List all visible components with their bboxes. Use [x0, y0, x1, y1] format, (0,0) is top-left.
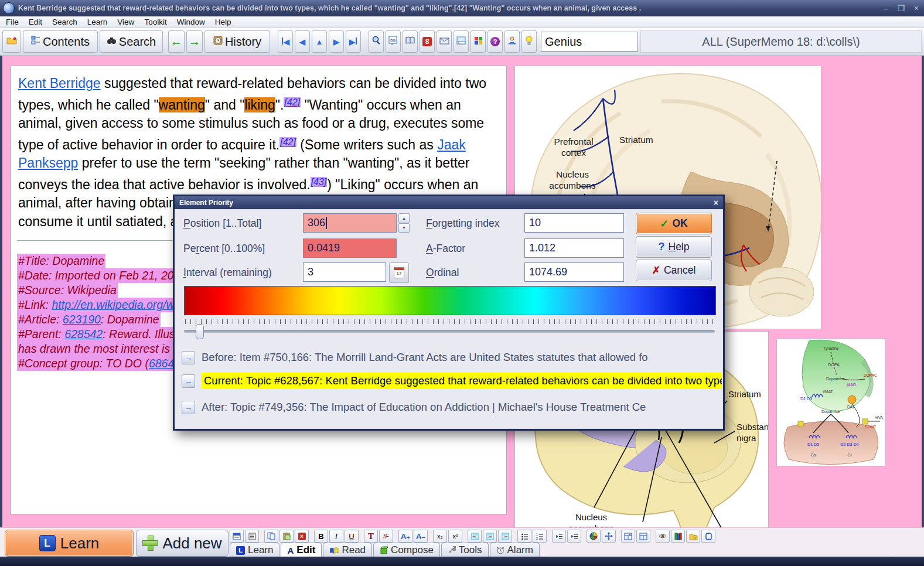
- tutor-button[interactable]: [504, 30, 520, 53]
- parent-element-button[interactable]: ▲: [312, 30, 327, 53]
- outdent-button[interactable]: [552, 530, 566, 543]
- a-factor-input[interactable]: 1.012: [524, 238, 624, 258]
- move-component-button[interactable]: [602, 530, 616, 543]
- export-folder-button[interactable]: [686, 530, 700, 543]
- forgetting-index-input[interactable]: 10: [524, 213, 624, 233]
- tab-compose[interactable]: Compose: [373, 543, 440, 557]
- position-input[interactable]: 306: [303, 213, 397, 233]
- email-button[interactable]: [437, 30, 452, 53]
- first-element-button[interactable]: ◀: [278, 30, 293, 53]
- spin-up-icon[interactable]: ▲: [398, 213, 410, 223]
- reference-42b-link[interactable]: [42]: [279, 137, 296, 147]
- italic-button[interactable]: I: [329, 530, 343, 543]
- minimize-icon[interactable]: –: [878, 4, 894, 13]
- wikipedia-url-link[interactable]: http://en.wikipedia.org/wiki/: [52, 298, 188, 311]
- superscript-button[interactable]: x²: [448, 530, 462, 543]
- menu-help[interactable]: Help: [215, 18, 231, 26]
- bullet-list-button[interactable]: [517, 530, 531, 543]
- shrink-font-button[interactable]: A₋: [414, 530, 428, 543]
- align-right-button[interactable]: [498, 530, 512, 543]
- parent-id-link[interactable]: 628542: [64, 328, 103, 340]
- label-d234: D2-D3-D4: [840, 442, 859, 446]
- menu-view[interactable]: View: [117, 18, 134, 26]
- find-elements-button[interactable]: [369, 30, 384, 53]
- indent-button[interactable]: [567, 530, 581, 543]
- subscript-button[interactable]: x₂: [433, 530, 447, 543]
- align-left-button[interactable]: [468, 530, 482, 543]
- position-spinner[interactable]: ▲ ▼: [398, 213, 410, 233]
- previous-element-button[interactable]: ◀: [295, 30, 310, 53]
- translate-button[interactable]: ba: [386, 30, 401, 53]
- forward-button[interactable]: →: [186, 30, 203, 53]
- menu-toolkit[interactable]: Toolkit: [144, 18, 166, 26]
- open-collection-button[interactable]: [2, 30, 21, 53]
- tab-edit[interactable]: A Edit: [281, 543, 322, 557]
- percent-input[interactable]: 0.0419: [303, 238, 397, 258]
- goto-after-button[interactable]: →: [182, 401, 195, 414]
- dialog-title-bar[interactable]: Element Priority ×: [175, 196, 723, 209]
- windows-button[interactable]: [470, 30, 486, 53]
- menu-learn[interactable]: Learn: [87, 18, 108, 26]
- ordinal-input[interactable]: 1074.69: [524, 262, 624, 282]
- align-center-button[interactable]: [483, 530, 497, 543]
- label-nucleus-2: accumbens: [549, 180, 596, 190]
- numbered-list-button[interactable]: 12: [533, 530, 547, 543]
- grow-font-button[interactable]: A₊: [398, 530, 412, 543]
- ok-button[interactable]: ✓OK: [636, 213, 712, 234]
- calendar-button[interactable]: 17: [389, 262, 409, 283]
- table-properties-button[interactable]: [621, 530, 635, 543]
- bold-button[interactable]: B: [314, 530, 328, 543]
- dictionary-button[interactable]: [403, 30, 418, 53]
- article-id-link[interactable]: 623190: [63, 313, 101, 326]
- tips-button[interactable]: [521, 30, 537, 53]
- interval-input[interactable]: 3: [303, 262, 386, 282]
- concept-group-input[interactable]: Genius: [541, 32, 638, 52]
- tab-read[interactable]: Read: [323, 543, 372, 557]
- help-button[interactable]: ?Help: [636, 236, 712, 258]
- reference-42-link[interactable]: [42]: [284, 97, 301, 107]
- google-button[interactable]: 8: [420, 30, 435, 53]
- font-script-button[interactable]: fF: [379, 530, 393, 543]
- spin-down-icon[interactable]: ▼: [398, 223, 410, 233]
- next-element-button[interactable]: ▶: [329, 30, 344, 53]
- font-face-button[interactable]: T: [364, 530, 378, 543]
- menu-search[interactable]: Search: [52, 18, 77, 26]
- preview-eye-button[interactable]: [656, 530, 670, 543]
- tab-learn[interactable]: L Learn: [230, 543, 279, 557]
- tab-tools[interactable]: Tools: [441, 543, 489, 557]
- back-button[interactable]: ←: [168, 30, 185, 53]
- statistics-pie-button[interactable]: [587, 530, 601, 543]
- goto-current-button[interactable]: →: [182, 374, 195, 388]
- kent-berridge-link[interactable]: Kent Berridge: [18, 76, 101, 91]
- help-button[interactable]: ?: [487, 30, 503, 53]
- history-button[interactable]: History: [204, 30, 270, 53]
- priority-slider-track[interactable]: [184, 330, 715, 333]
- delete-text-button[interactable]: ×: [295, 530, 309, 543]
- cancel-button[interactable]: ✗Cancel: [636, 260, 712, 281]
- priority-slider-thumb[interactable]: [196, 324, 204, 339]
- layout-button[interactable]: [230, 530, 244, 543]
- tab-alarm[interactable]: Alarm: [490, 543, 540, 557]
- last-element-button[interactable]: ▶: [346, 30, 361, 53]
- reference-books-button[interactable]: [671, 530, 685, 543]
- document-button[interactable]: [245, 530, 259, 543]
- split-table-button[interactable]: [636, 530, 650, 543]
- reference-43-link[interactable]: [43]: [311, 177, 328, 187]
- search-button[interactable]: Search: [100, 30, 163, 53]
- frame-button[interactable]: [701, 530, 715, 543]
- menu-window[interactable]: Window: [177, 18, 205, 26]
- learn-button[interactable]: L Learn: [5, 530, 134, 557]
- close-icon[interactable]: ×: [909, 4, 924, 13]
- paste-button[interactable]: [279, 530, 294, 543]
- snapshot-button[interactable]: I...: [454, 30, 469, 53]
- add-new-button[interactable]: Add new: [136, 530, 229, 557]
- person-icon: [507, 36, 517, 47]
- goto-before-button[interactable]: →: [182, 351, 195, 364]
- menu-edit[interactable]: Edit: [29, 18, 42, 26]
- menu-file[interactable]: File: [6, 18, 19, 26]
- dialog-close-icon[interactable]: ×: [714, 198, 718, 207]
- copy-button[interactable]: [264, 530, 278, 543]
- underline-button[interactable]: U: [345, 530, 359, 543]
- contents-button[interactable]: Contents: [23, 30, 98, 53]
- maximize-icon[interactable]: ❐: [894, 4, 909, 13]
